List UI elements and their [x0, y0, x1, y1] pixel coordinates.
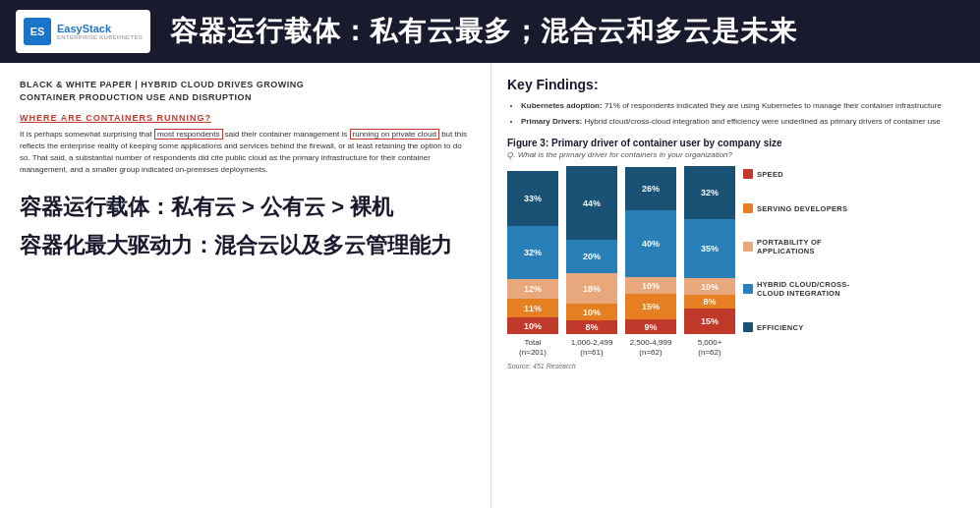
logo-sub: ENTERPRISE KUBERNETES [57, 34, 143, 40]
finding-drivers-text: Hybrid cloud/cross-cloud integration and… [585, 117, 941, 126]
legend-item-2: PORTABILITY OF APPLICATIONS [743, 238, 849, 255]
key-findings-title: Key Findings: [507, 77, 964, 92]
bar-group-3: 15%8%10%35%32%5,000+ (n=62) [684, 167, 735, 359]
stacked-bar-2: 9%15%10%40%26% [625, 167, 676, 334]
chart-subtitle: Q. What is the primary driver for contai… [507, 150, 964, 159]
section-heading: WHERE ARE CONTAINERS RUNNING? [20, 113, 471, 123]
bar-3-segment-0: 15% [684, 309, 735, 334]
legend-text-4: EFFICIENCY [757, 323, 804, 332]
finding-drivers-label: Primary Drivers: [521, 117, 582, 126]
finding-kubernetes-label: Kubernetes adoption: [521, 101, 603, 110]
bar-1-segment-0: 8% [566, 320, 617, 334]
svg-text:ES: ES [30, 26, 45, 37]
legend-text-2: PORTABILITY OF APPLICATIONS [757, 238, 822, 255]
right-panel: Key Findings: Kubernetes adoption: 71% o… [491, 63, 980, 508]
bar-label-3: 5,000+ (n=62) [698, 338, 722, 359]
legend-color-4 [743, 322, 753, 332]
bar-1-segment-2: 18% [566, 273, 617, 304]
bar-0-segment-2: 12% [507, 279, 558, 299]
legend-item-3: HYBRID CLOUD/CROSS- CLOUD INTEGRATION [743, 280, 849, 298]
bar-2-segment-1: 15% [625, 294, 676, 319]
bar-group-1: 8%10%18%20%44%1,000-2,499 (n=61) [566, 167, 617, 359]
highlight-running-private-cloud: running on private cloud [350, 129, 439, 140]
key-findings-list: Kubernetes adoption: 71% of respondents … [507, 100, 964, 128]
paper-title: BLACK & WHITE PAPER | HYBRID CLOUD DRIVE… [20, 79, 471, 103]
legend-item-4: EFFICIENCY [743, 322, 849, 332]
easystack-logo-icon: ES [24, 18, 51, 45]
legend-item-0: SPEED [743, 169, 849, 179]
legend-text-3: HYBRID CLOUD/CROSS- CLOUD INTEGRATION [757, 280, 849, 298]
legend-color-0 [743, 169, 753, 179]
chart-with-legend: 10%11%12%32%33%Total (n=201)8%10%18%20%4… [507, 167, 964, 359]
header: ES EasyStack ENTERPRISE KUBERNETES 容器运行载… [0, 0, 980, 63]
chart-bars: 10%11%12%32%33%Total (n=201)8%10%18%20%4… [507, 167, 735, 359]
legend-text-1: SERVING DEVELOPERS [757, 204, 847, 213]
bar-0-segment-4: 33% [507, 171, 558, 226]
legend-color-2 [743, 242, 753, 252]
stacked-bar-1: 8%10%18%20%44% [566, 167, 617, 334]
legend-color-1 [743, 203, 753, 213]
legend-text-0: SPEED [757, 170, 783, 179]
bar-2-segment-3: 40% [625, 210, 676, 277]
bar-label-0: Total (n=201) [519, 338, 547, 359]
source-text: Source: 451 Research [507, 363, 964, 369]
highlight-most-respondents: most respondents [154, 129, 223, 140]
finding-kubernetes: Kubernetes adoption: 71% of respondents … [521, 100, 964, 112]
bar-1-segment-4: 44% [566, 166, 617, 240]
section-body: It is perhaps somewhat surprising that m… [20, 129, 471, 176]
stacked-bar-3: 15%8%10%35%32% [684, 167, 735, 334]
bar-2-segment-0: 9% [625, 319, 676, 334]
finding-primary-drivers: Primary Drivers: Hybrid cloud/cross-clou… [521, 116, 964, 128]
big-text-hybrid-cloud: 容器化最大驱动力：混合云以及多云管理能力 [20, 232, 471, 260]
logo-area: ES EasyStack ENTERPRISE KUBERNETES [16, 10, 150, 53]
bar-0-segment-3: 32% [507, 226, 558, 279]
body-mid: said their container management is [223, 130, 350, 139]
main-content: BLACK & WHITE PAPER | HYBRID CLOUD DRIVE… [0, 63, 980, 508]
bar-1-segment-3: 20% [566, 240, 617, 273]
body-pre: It is perhaps somewhat surprising that [20, 130, 154, 139]
header-title: 容器运行载体：私有云最多；混合云和多云是未来 [170, 13, 797, 50]
big-text-private-cloud: 容器运行载体：私有云 > 公有云 > 裸机 [20, 194, 471, 222]
bar-3-segment-4: 32% [684, 166, 735, 219]
chart-title: Figure 3: Primary driver of container us… [507, 138, 964, 148]
bar-2-segment-4: 26% [625, 167, 676, 210]
bar-3-segment-2: 10% [684, 278, 735, 295]
bar-0-segment-0: 10% [507, 317, 558, 334]
bar-label-2: 2,500-4,999 (n=62) [630, 338, 672, 359]
logo-text: EasyStack [57, 23, 143, 34]
bar-group-0: 10%11%12%32%33%Total (n=201) [507, 167, 558, 359]
bar-2-segment-2: 10% [625, 277, 676, 294]
finding-kubernetes-text: 71% of respondents indicated they are us… [605, 101, 942, 110]
bar-0-segment-1: 11% [507, 299, 558, 317]
left-panel: BLACK & WHITE PAPER | HYBRID CLOUD DRIVE… [0, 63, 491, 508]
chart-legend: SPEEDSERVING DEVELOPERSPORTABILITY OF AP… [743, 167, 849, 334]
legend-item-1: SERVING DEVELOPERS [743, 203, 849, 213]
stacked-bar-0: 10%11%12%32%33% [507, 167, 558, 334]
bar-3-segment-3: 35% [684, 219, 735, 278]
bar-3-segment-1: 8% [684, 295, 735, 309]
bar-1-segment-1: 10% [566, 304, 617, 320]
legend-color-3 [743, 284, 753, 294]
bar-group-2: 9%15%10%40%26%2,500-4,999 (n=62) [625, 167, 676, 359]
bar-label-1: 1,000-2,499 (n=61) [571, 338, 613, 359]
